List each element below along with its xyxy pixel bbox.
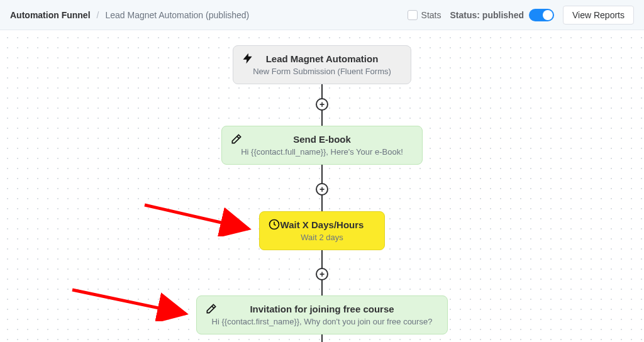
email-node[interactable]: Send E-book Hi {{contact.full_name}}, He… [221,126,423,165]
node-subtitle: Hi {{contact.full_name}}, Here's Your e-… [235,147,409,157]
node-title: Lead Magnet Automation [246,53,398,64]
wait-node[interactable]: Wait X Days/Hours Wait 2 days [259,211,385,250]
status-indicator: Status: published [450,9,554,21]
breadcrumb-separator: / [97,10,99,20]
annotation-arrow-icon [142,199,258,236]
status-value: published [482,10,524,20]
svg-line-2 [72,290,186,314]
clock-icon [267,218,281,232]
trigger-node[interactable]: Lead Magnet Automation New Form Submissi… [233,45,411,84]
checkbox-icon[interactable] [408,10,418,20]
node-subtitle: Hi {{contact.first_name}}, Why don't you… [209,317,435,326]
compose-icon [204,302,218,316]
node-subtitle: New Form Submission (Fluent Forms) [246,67,398,76]
stats-toggle[interactable]: Stats [408,10,441,20]
node-title: Send E-book [235,134,409,145]
node-title: Wait X Days/Hours [272,219,372,230]
add-step-button[interactable]: + [316,268,328,280]
node-subtitle: Wait 2 days [272,233,372,242]
compose-icon [230,133,243,146]
header-bar: Automation Funnel / Lead Magnet Automati… [0,0,644,30]
breadcrumb: Automation Funnel / Lead Magnet Automati… [10,10,249,20]
annotation-arrow-icon [69,284,195,321]
view-reports-button[interactable]: View Reports [563,6,634,25]
publish-toggle[interactable] [529,9,554,21]
breadcrumb-root[interactable]: Automation Funnel [10,10,91,20]
plus-icon: + [319,270,325,279]
node-title: Invitation for joining free course [209,304,435,314]
add-step-button[interactable]: + [316,183,328,196]
add-step-button[interactable]: + [316,98,328,111]
svg-line-1 [145,205,248,229]
email-node[interactable]: Invitation for joining free course Hi {{… [196,295,448,334]
bolt-icon [241,52,255,66]
breadcrumb-current: Lead Magnet Automation (published) [105,10,249,20]
toggle-knob-icon [543,10,553,20]
stats-label: Stats [421,10,441,20]
automation-canvas[interactable]: + + + Lead Magnet Automation New Form Su… [0,30,644,342]
status-prefix: Status: [450,10,482,20]
plus-icon: + [319,185,325,194]
plus-icon: + [319,100,325,109]
connector-line [321,334,323,342]
